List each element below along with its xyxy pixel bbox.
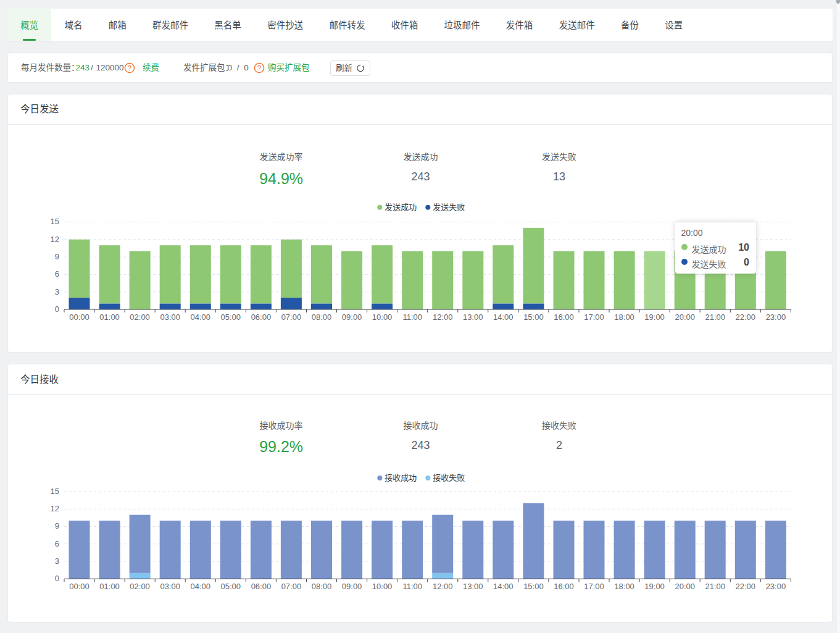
svg-text:11:00: 11:00 [402, 312, 422, 321]
svg-text:12:00: 12:00 [433, 582, 453, 591]
svg-text:发送成功: 发送成功 [385, 202, 417, 211]
svg-text:20:00: 20:00 [675, 582, 695, 591]
svg-text:6: 6 [55, 269, 59, 279]
svg-text:12: 12 [51, 504, 59, 513]
svg-text:?: ? [128, 64, 131, 72]
svg-text:02:00: 02:00 [130, 312, 150, 321]
svg-text:13:00: 13:00 [463, 312, 483, 321]
svg-text:3: 3 [55, 287, 59, 296]
svg-text:发送失败: 发送失败 [433, 202, 465, 211]
svg-text:11:00: 11:00 [402, 582, 422, 591]
svg-text:16:00: 16:00 [554, 312, 574, 321]
svg-text:15: 15 [51, 217, 59, 226]
svg-text:07:00: 07:00 [281, 312, 302, 321]
svg-text:03:00: 03:00 [160, 312, 180, 321]
svg-text:19:00: 19:00 [644, 312, 665, 321]
svg-text:04:00: 04:00 [191, 312, 211, 321]
svg-text:21:00: 21:00 [705, 312, 725, 321]
svg-text:14:00: 14:00 [493, 582, 514, 591]
svg-text:0: 0 [55, 304, 59, 313]
svg-text:23:00: 23:00 [766, 312, 786, 321]
svg-text:05:00: 05:00 [221, 312, 241, 321]
svg-text:23:00: 23:00 [766, 582, 786, 591]
svg-text:08:00: 08:00 [312, 582, 332, 591]
svg-text:18:00: 18:00 [614, 582, 634, 591]
svg-text:19:00: 19:00 [644, 582, 665, 591]
svg-text:01:00: 01:00 [99, 312, 120, 321]
svg-text:03:00: 03:00 [160, 582, 180, 591]
svg-text:17:00: 17:00 [584, 582, 604, 591]
svg-text:04:00: 04:00 [191, 582, 211, 591]
svg-text:01:00: 01:00 [99, 582, 120, 591]
svg-text:15: 15 [51, 487, 59, 496]
svg-text:10:00: 10:00 [372, 312, 393, 321]
svg-text:15:00: 15:00 [523, 582, 544, 591]
svg-text:接收失败: 接收失败 [433, 473, 465, 482]
svg-text:9: 9 [55, 521, 59, 530]
svg-text:00:00: 00:00 [69, 582, 89, 591]
svg-text:接收成功: 接收成功 [385, 473, 417, 482]
svg-text:06:00: 06:00 [251, 582, 272, 591]
svg-text:9: 9 [55, 251, 59, 261]
svg-text:06:00: 06:00 [251, 312, 272, 321]
svg-text:09:00: 09:00 [342, 312, 362, 321]
svg-text:16:00: 16:00 [554, 582, 574, 591]
svg-text:12:00: 12:00 [433, 312, 453, 321]
svg-text:15:00: 15:00 [523, 312, 544, 321]
svg-text:07:00: 07:00 [281, 582, 302, 591]
svg-text:09:00: 09:00 [342, 582, 362, 591]
svg-text:20:00: 20:00 [675, 312, 695, 321]
svg-text:18:00: 18:00 [614, 312, 634, 321]
svg-text:22:00: 22:00 [736, 582, 756, 591]
svg-text:12: 12 [51, 234, 59, 243]
svg-text:14:00: 14:00 [493, 312, 514, 321]
svg-text:13:00: 13:00 [463, 582, 483, 591]
svg-text:6: 6 [55, 539, 59, 548]
svg-text:21:00: 21:00 [705, 582, 725, 591]
svg-text:05:00: 05:00 [221, 582, 241, 591]
svg-text:3: 3 [55, 556, 59, 566]
svg-text:17:00: 17:00 [584, 312, 604, 321]
svg-text:22:00: 22:00 [736, 312, 756, 321]
svg-text:00:00: 00:00 [69, 312, 89, 321]
svg-text:08:00: 08:00 [312, 312, 332, 321]
svg-text:10:00: 10:00 [372, 582, 393, 591]
svg-text:02:00: 02:00 [130, 582, 150, 591]
svg-text:?: ? [257, 64, 261, 72]
svg-text:0: 0 [55, 574, 59, 583]
